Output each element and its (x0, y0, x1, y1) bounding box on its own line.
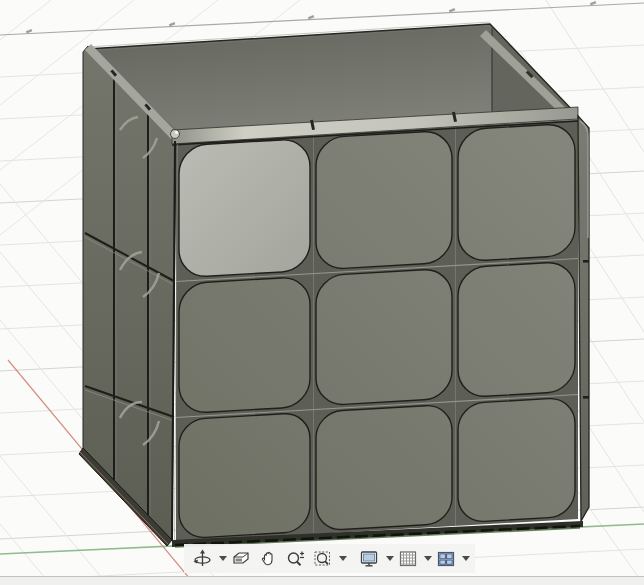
cube-facet[interactable] (179, 276, 310, 414)
cube-facet-selected[interactable] (179, 138, 310, 278)
grid-and-snaps-dropdown-caret[interactable] (424, 556, 432, 561)
pan-hand-icon (258, 549, 278, 569)
cube-model[interactable] (79, 22, 589, 547)
viewports-button[interactable] (433, 546, 459, 572)
cube-facet[interactable] (316, 130, 452, 270)
look-at-icon (231, 549, 251, 569)
cube-facet[interactable] (316, 268, 452, 406)
viewports-icon (436, 549, 456, 569)
fit-magnifier-icon (313, 549, 333, 569)
zoom-magnifier-icon (285, 549, 306, 569)
orbit-icon (192, 549, 213, 569)
display-settings-button[interactable] (356, 546, 383, 572)
viewports-dropdown-caret[interactable] (462, 556, 470, 561)
display-monitor-icon (359, 549, 380, 569)
cube-facet[interactable] (458, 123, 575, 262)
fit-button[interactable] (310, 546, 336, 572)
window-bottom-strip (0, 576, 644, 585)
cube-facet[interactable] (458, 397, 575, 523)
pan-button[interactable] (255, 546, 281, 572)
display-settings-dropdown-caret[interactable] (386, 556, 394, 561)
zoom-button[interactable] (282, 546, 309, 572)
orbit-dropdown-caret[interactable] (219, 556, 227, 561)
orbit-button[interactable] (189, 546, 216, 572)
cad-viewport-canvas[interactable] (0, 0, 644, 585)
cube-facet[interactable] (179, 412, 310, 539)
grid-icon (398, 549, 418, 569)
cube-facet[interactable] (458, 261, 575, 398)
fit-dropdown-caret[interactable] (339, 556, 347, 561)
grid-and-snaps-button[interactable] (395, 546, 421, 572)
look-at-button[interactable] (228, 546, 254, 572)
navigation-toolbar (184, 544, 475, 573)
cube-facet[interactable] (316, 404, 452, 531)
corner-ball (171, 130, 180, 139)
cube-front-face[interactable] (176, 120, 578, 542)
